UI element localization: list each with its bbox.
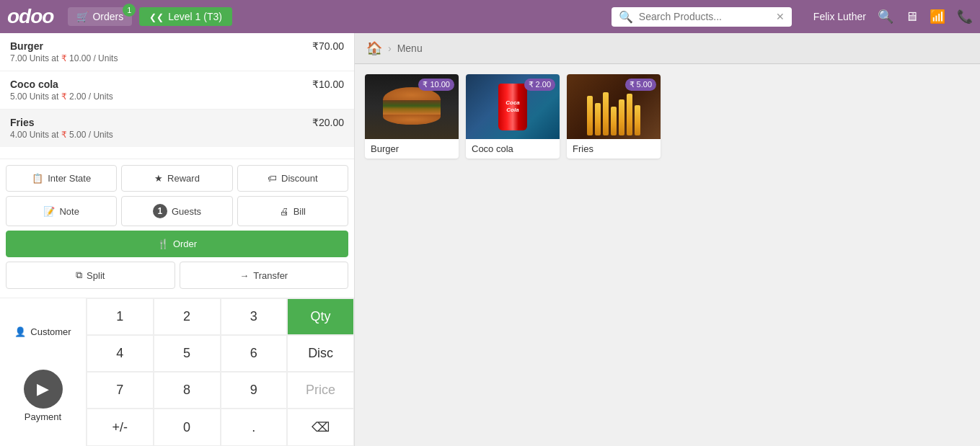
search-clear-button[interactable]: ✕ [776, 11, 785, 22]
num-2[interactable]: 2 [154, 298, 221, 335]
payment-text: Payment [25, 411, 61, 422]
reward-icon: ★ [154, 173, 163, 184]
product-card-burger[interactable]: ₹ 10.00 Burger [365, 74, 459, 159]
action-buttons-row3: ⧉ Split → Transfer [0, 262, 354, 293]
order-item[interactable]: Coco cola ₹10.00 5.00 Units at ₹ 2.00 / … [0, 71, 354, 110]
order-icon: 🍴 [157, 238, 169, 249]
user-info: Felix Luther 🔍 🖥 📶 📞 [813, 9, 973, 24]
search-bar: 🔍 ✕ [612, 7, 792, 27]
order-item[interactable]: Fries ₹20.00 4.00 Units at ₹ 5.00 / Unit… [0, 110, 354, 147]
product-image-wrapper: ₹ 5.00 [567, 74, 661, 139]
fry [587, 96, 593, 135]
monitor-icon[interactable]: 🖥 [905, 9, 918, 24]
num-6[interactable]: 6 [221, 335, 288, 372]
chevron-left-icon [149, 11, 164, 22]
bill-icon: 🖨 [280, 206, 289, 217]
num-3[interactable]: 3 [221, 298, 288, 335]
product-name: Fries [567, 139, 661, 159]
search-icon: 🔍 [619, 10, 633, 24]
orders-cart-icon: 🛒 [76, 11, 89, 22]
wifi-icon[interactable]: 📶 [930, 9, 945, 24]
item-name: Burger [10, 40, 43, 52]
note-button[interactable]: 📝 Note [6, 196, 117, 226]
split-button[interactable]: ⧉ Split [6, 262, 175, 289]
burger-shape [383, 87, 441, 127]
fries-container [587, 92, 640, 135]
product-image-wrapper: CocaCola ₹ 2.00 [466, 74, 560, 139]
odoo-logo: odoo [7, 5, 53, 28]
product-name: Coco cola [466, 139, 560, 159]
num-1[interactable]: 1 [87, 298, 154, 335]
item-detail: 7.00 Units at ₹ 10.00 / Units [10, 53, 344, 63]
customer-icon: 👤 [14, 326, 26, 337]
product-price-badge: ₹ 5.00 [625, 79, 656, 91]
discount-button[interactable]: 🏷 Discount [237, 165, 348, 192]
product-price-badge: ₹ 10.00 [418, 79, 454, 91]
action-buttons-row1: 📋 Inter State ★ Reward 🏷 Discount [0, 159, 354, 192]
orders-badge: 1 [123, 4, 136, 17]
plusminus-button[interactable]: +/- [87, 409, 154, 446]
num-0[interactable]: 0 [154, 409, 221, 446]
qty-button[interactable]: Qty [287, 298, 354, 335]
num-7[interactable]: 7 [87, 372, 154, 409]
order-item[interactable]: Burger ₹70.00 7.00 Units at ₹ 10.00 / Un… [0, 33, 354, 71]
orders-label: Orders [92, 11, 123, 22]
item-name: Fries [10, 117, 34, 128]
inter-state-button[interactable]: 📋 Inter State [6, 165, 117, 192]
item-detail: 5.00 Units at ₹ 2.00 / Units [10, 92, 344, 102]
order-button[interactable]: 🍴 Order [6, 231, 348, 257]
fry [627, 94, 632, 135]
action-buttons-row2: 📝 Note 1 Guests 🖨 Bill 🍴 Order [0, 192, 354, 257]
level-button[interactable]: Level 1 (T3) [139, 7, 232, 26]
user-name: Felix Luther [813, 11, 866, 22]
num-8[interactable]: 8 [154, 372, 221, 409]
payment-circle: ▶ [24, 370, 63, 409]
guests-button[interactable]: 1 Guests [121, 196, 232, 226]
breadcrumb-separator: › [388, 43, 392, 54]
customer-payment-section: 👤 Customer ▶ Payment [0, 298, 87, 446]
right-panel: 🏠 › Menu ₹ 10.00 Burger [355, 33, 980, 446]
search-input[interactable] [639, 11, 770, 22]
transfer-button[interactable]: → Transfer [180, 262, 349, 289]
product-name: Burger [365, 139, 459, 159]
product-card-cola[interactable]: CocaCola ₹ 2.00 Coco cola [466, 74, 560, 159]
cola-label: CocaCola [506, 99, 520, 113]
search-header-icon[interactable]: 🔍 [878, 9, 893, 24]
inter-state-icon: 📋 [32, 173, 43, 184]
note-icon: 📝 [43, 206, 55, 217]
item-price: ₹10.00 [312, 79, 344, 90]
product-price-badge: ₹ 2.00 [524, 79, 555, 91]
customer-label: Customer [30, 326, 71, 337]
num-9[interactable]: 9 [221, 372, 288, 409]
product-image-wrapper: ₹ 10.00 [365, 74, 459, 139]
item-detail: 4.00 Units at ₹ 5.00 / Units [10, 130, 344, 140]
products-grid: ₹ 10.00 Burger CocaCola ₹ 2.00 Coco cola [355, 64, 980, 446]
orders-button[interactable]: 🛒 Orders 1 [68, 7, 132, 26]
disc-button[interactable]: Disc [287, 335, 354, 372]
fry [635, 105, 640, 135]
transfer-icon: → [239, 270, 249, 281]
backspace-button[interactable]: ⌫ [287, 409, 354, 446]
num-4[interactable]: 4 [87, 335, 154, 372]
header: odoo 🛒 Orders 1 Level 1 (T3) 🔍 ✕ Felix L… [0, 0, 980, 33]
fry [595, 103, 601, 135]
guests-badge: 1 [153, 204, 167, 218]
level-label: Level 1 (T3) [168, 11, 222, 22]
item-price: ₹20.00 [312, 117, 344, 128]
reward-button[interactable]: ★ Reward [121, 165, 232, 192]
product-card-fries[interactable]: ₹ 5.00 Fries [567, 74, 661, 159]
bill-button[interactable]: 🖨 Bill [237, 196, 348, 226]
fry [619, 99, 624, 135]
fry [611, 107, 617, 135]
home-icon[interactable]: 🏠 [366, 40, 382, 56]
dot-button[interactable]: . [221, 409, 288, 446]
num-5[interactable]: 5 [154, 335, 221, 372]
item-name: Coco cola [10, 79, 58, 90]
cola-can: CocaCola [498, 84, 527, 130]
phone-icon[interactable]: 📞 [957, 9, 973, 24]
customer-row[interactable]: 👤 Customer [14, 326, 71, 337]
fry [603, 92, 609, 135]
payment-button[interactable]: ▶ Payment [24, 370, 63, 422]
numpad-area: 👤 Customer ▶ Payment 1 2 3 Qty 4 5 6 Dis… [0, 298, 354, 446]
price-button[interactable]: Price [287, 372, 354, 409]
